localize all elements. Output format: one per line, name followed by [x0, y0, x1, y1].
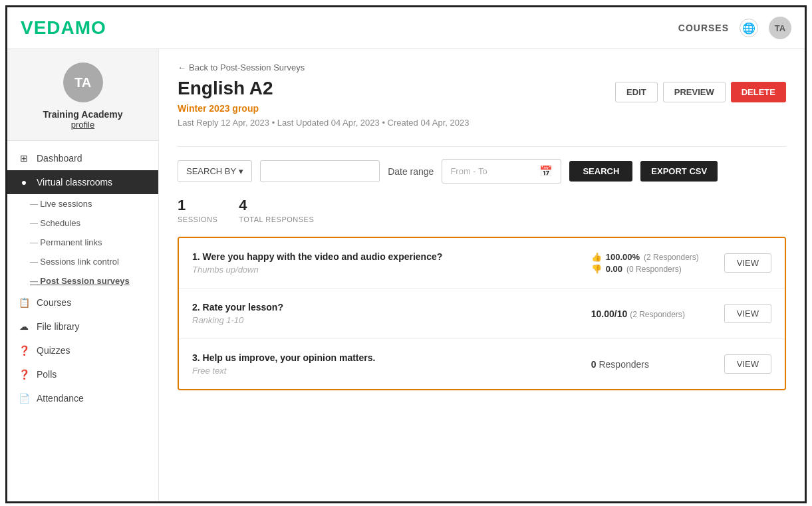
question-text-2: Rate your lesson? — [203, 302, 283, 313]
sidebar-item-dashboard[interactable]: ⊞ Dashboard — [7, 146, 158, 170]
sidebar-item-label: File library — [37, 321, 80, 332]
quizzes-icon: ❓ — [18, 345, 30, 356]
rating-info-1: 👍 100.00% (2 Responders) 👎 0.00 (0 Respo… — [591, 252, 711, 274]
date-range-label: Date range — [388, 166, 434, 177]
sidebar-item-label: Virtual classrooms — [37, 177, 112, 188]
sidebar-item-label: Attendance — [37, 393, 84, 404]
questions-container: 1. Were you happy with the video and aud… — [178, 237, 786, 390]
sidebar-sub-item-post-session-surveys[interactable]: Post Session surveys — [7, 271, 158, 291]
sidebar-item-label: Quizzes — [37, 345, 70, 356]
thumbs-up-responders: (2 Responders) — [644, 253, 699, 262]
courses-icon: 📋 — [18, 297, 30, 308]
sidebar-item-polls[interactable]: ❓ Polls — [7, 362, 158, 386]
profile-section: TA Training Academy profile — [7, 49, 158, 141]
dashboard-icon: ⊞ — [18, 153, 30, 164]
sidebar-sub-item-schedules[interactable]: Schedules — [7, 213, 158, 233]
score-info: 10.00/10 (2 Responders) — [591, 309, 711, 319]
polls-icon: ❓ — [18, 369, 30, 380]
responses-stat: 4 TOTAL RESPONSES — [239, 197, 314, 223]
question-row-3: 3. Help us improve, your opinion matters… — [179, 339, 785, 389]
sidebar-item-courses[interactable]: 📋 Courses — [7, 291, 158, 315]
question-row-1: 1. Were you happy with the video and aud… — [179, 238, 785, 289]
search-bar: SEARCH BY ▾ Date range From - To 📅 SEARC… — [178, 159, 786, 184]
score-value: 10.00/10 — [591, 309, 628, 319]
score-responders: (2 Responders) — [630, 310, 685, 319]
file-library-icon: ☁ — [18, 321, 30, 332]
delete-button[interactable]: DELETE — [731, 82, 786, 102]
responders-label: Responders — [599, 359, 649, 370]
thumbs-down-responders: (0 Responders) — [626, 265, 682, 274]
thumbs-up-pct: 100.00% — [606, 252, 640, 262]
view-button-1[interactable]: VIEW — [724, 253, 771, 273]
question-left-2: 2. Rate your lesson? Ranking 1-10 — [192, 302, 578, 325]
question-title-3: 3. Help us improve, your opinion matters… — [192, 352, 578, 363]
stats-row: 1 SESSIONS 4 TOTAL RESPONSES — [178, 197, 786, 223]
sidebar-item-file-library[interactable]: ☁ File library — [7, 315, 158, 338]
sidebar-item-quizzes[interactable]: ❓ Quizzes — [7, 338, 158, 362]
thumbs-up-icon: 👍 — [591, 252, 602, 262]
question-left-1: 1. Were you happy with the video and aud… — [192, 251, 578, 275]
sidebar-item-virtual-classrooms[interactable]: ● Virtual classrooms — [7, 170, 158, 194]
question-subtitle-2: Ranking 1-10 — [192, 315, 578, 325]
question-right-1: 👍 100.00% (2 Responders) 👎 0.00 (0 Respo… — [591, 252, 771, 274]
view-button-2[interactable]: VIEW — [724, 304, 771, 323]
main-layout: TA Training Academy profile ⊞ Dashboard … — [7, 49, 805, 501]
divider — [178, 146, 786, 147]
courses-nav-link[interactable]: COURSES — [678, 23, 729, 33]
attendance-icon: 📄 — [18, 393, 30, 404]
sessions-stat: 1 SESSIONS — [178, 197, 217, 223]
question-title-1: 1. Were you happy with the video and aud… — [192, 251, 578, 262]
virtual-classrooms-icon: ● — [18, 177, 30, 188]
responders-zero: 0 — [591, 359, 597, 370]
page-title: English A2 — [178, 78, 469, 99]
profile-name: Training Academy — [18, 109, 148, 120]
question-row-2: 2. Rate your lesson? Ranking 1-10 10.00/… — [179, 289, 785, 339]
content-area: Back to Post-Session Surveys English A2 … — [159, 49, 805, 501]
search-by-chevron-icon: ▾ — [239, 166, 243, 176]
preview-button[interactable]: PREVIEW — [663, 82, 726, 102]
profile-avatar: TA — [63, 63, 103, 102]
sidebar-sub-item-live-sessions[interactable]: Live sessions — [7, 194, 158, 213]
title-meta: English A2 Winter 2023 group Last Reply … — [178, 78, 469, 138]
question-number-2: 2. — [192, 302, 200, 313]
question-text-3: Help us improve, your opinion matters. — [203, 352, 376, 363]
search-input[interactable] — [260, 160, 380, 182]
profile-link[interactable]: profile — [18, 120, 148, 130]
question-right-3: 0 Responders VIEW — [591, 354, 771, 374]
view-button-3[interactable]: VIEW — [724, 354, 771, 374]
title-actions: EDIT PREVIEW DELETE — [615, 82, 786, 102]
sidebar-sub-item-sessions-link-control[interactable]: Sessions link control — [7, 252, 158, 271]
sidebar-nav: ⊞ Dashboard ● Virtual classrooms Live se… — [7, 141, 158, 416]
title-row: English A2 Winter 2023 group Last Reply … — [178, 78, 786, 138]
question-text-1: Were you happy with the video and audio … — [203, 251, 443, 262]
sidebar-item-attendance[interactable]: 📄 Attendance — [7, 386, 158, 410]
edit-button[interactable]: EDIT — [615, 82, 658, 102]
sidebar-item-label: Dashboard — [37, 153, 82, 164]
language-icon[interactable]: 🌐 — [740, 19, 758, 37]
export-csv-button[interactable]: EXPORT CSV — [640, 161, 718, 182]
search-by-button[interactable]: SEARCH BY ▾ — [178, 160, 252, 182]
user-avatar[interactable]: TA — [769, 17, 791, 39]
question-left-3: 3. Help us improve, your opinion matters… — [192, 352, 578, 376]
date-range-picker[interactable]: From - To 📅 — [442, 159, 561, 184]
logo: VEDAMO — [21, 17, 106, 39]
question-subtitle-3: Free text — [192, 366, 578, 376]
search-by-label: SEARCH BY — [186, 166, 236, 176]
responders-simple: 0 Responders — [591, 359, 711, 370]
meta-info: Last Reply 12 Apr, 2023 • Last Updated 0… — [178, 118, 469, 128]
sidebar: TA Training Academy profile ⊞ Dashboard … — [7, 49, 159, 501]
thumbs-up: 👍 100.00% (2 Responders) — [591, 252, 711, 262]
sessions-number: 1 — [178, 197, 217, 214]
sessions-label: SESSIONS — [178, 215, 217, 223]
sidebar-item-label: Courses — [37, 297, 71, 308]
sidebar-sub-item-permanent-links[interactable]: Permanent links — [7, 233, 158, 252]
question-number-3: 3. — [192, 352, 200, 363]
thumbs-down-pct: 0.00 — [606, 264, 622, 274]
search-button[interactable]: SEARCH — [569, 161, 632, 182]
responses-number: 4 — [239, 197, 314, 214]
header-right: COURSES 🌐 TA — [678, 17, 791, 39]
group-name: Winter 2023 group — [178, 103, 469, 114]
thumbs-down-icon: 👎 — [591, 264, 602, 274]
back-link[interactable]: Back to Post-Session Surveys — [178, 63, 786, 72]
question-number-1: 1. — [192, 251, 200, 262]
